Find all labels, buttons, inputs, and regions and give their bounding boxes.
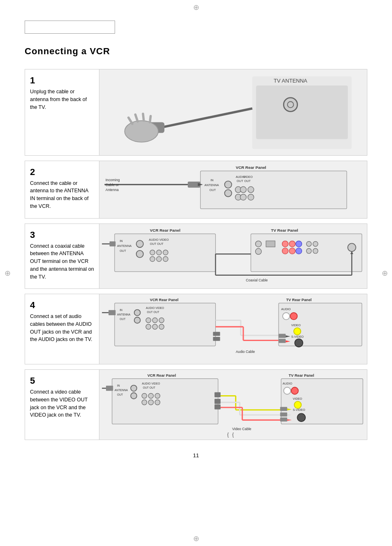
svg-text:Coaxial  Cable: Coaxial Cable	[246, 278, 268, 282]
svg-point-58	[256, 248, 262, 254]
svg-point-51	[157, 256, 161, 261]
svg-text:S-VIDEO: S-VIDEO	[293, 408, 305, 412]
svg-text:IN: IN	[117, 384, 120, 387]
svg-text:OUT: OUT	[120, 249, 126, 253]
svg-rect-4	[256, 85, 348, 139]
svg-text:Incoming: Incoming	[106, 177, 120, 182]
reg-mark-bottom: ⊕	[192, 534, 200, 543]
svg-point-162	[297, 413, 305, 422]
svg-text:OUT: OUT	[237, 179, 243, 183]
svg-point-88	[159, 318, 164, 323]
svg-text:{: {	[227, 432, 229, 438]
svg-point-10	[125, 121, 158, 142]
svg-rect-154	[280, 412, 287, 417]
step-1: 1 Unplug the cable or antenna from the b…	[25, 69, 367, 156]
step-1-text: 1 Unplug the cable or antenna from the b…	[25, 69, 99, 155]
svg-point-69	[313, 248, 318, 253]
svg-point-57	[256, 241, 262, 247]
svg-text:IN: IN	[120, 239, 122, 242]
svg-text:AUDIO  VIDEO: AUDIO VIDEO	[146, 307, 164, 310]
step-1-number: 1	[30, 74, 94, 87]
svg-text:AUDIO: AUDIO	[281, 307, 291, 311]
step-3-description: Connect a coaxial cable between the ANTE…	[30, 243, 94, 280]
svg-rect-109	[279, 339, 286, 343]
svg-point-61	[289, 241, 295, 247]
svg-point-90	[152, 324, 157, 329]
step-4-number: 4	[30, 298, 94, 312]
svg-point-87	[152, 318, 157, 323]
svg-text:VIDEO: VIDEO	[293, 397, 302, 401]
svg-point-86	[146, 318, 151, 323]
svg-point-43	[136, 240, 143, 247]
svg-rect-93	[108, 310, 115, 315]
svg-point-65	[296, 248, 302, 254]
svg-line-13	[143, 114, 144, 121]
svg-point-152	[291, 387, 298, 394]
svg-rect-155	[280, 417, 287, 422]
svg-point-21	[225, 189, 232, 196]
step-1-image: TV ANTENNA TV ANTENNA	[99, 69, 367, 155]
svg-point-121	[131, 385, 137, 392]
svg-rect-153	[280, 407, 287, 411]
step-5-number: 5	[30, 374, 94, 387]
svg-text:OUT: OUT	[117, 393, 123, 396]
reg-mark-right: ⊕	[380, 269, 389, 277]
svg-text:VCR  Rear  Panel: VCR Rear Panel	[236, 165, 266, 170]
svg-point-106	[283, 313, 290, 320]
svg-point-31	[248, 194, 254, 200]
svg-line-12	[135, 115, 138, 122]
step-5: 5 Connect a video cable between the VIDE…	[25, 369, 367, 440]
svg-point-50	[150, 256, 155, 261]
step-2-description: Connect the cable or antenna to the ANTE…	[30, 180, 88, 209]
svg-point-83	[134, 317, 141, 323]
svg-point-126	[148, 393, 153, 398]
svg-text:VCR  Rear  Panel: VCR Rear Panel	[150, 228, 180, 233]
svg-point-44	[136, 250, 143, 257]
svg-point-130	[155, 400, 160, 405]
svg-point-68	[307, 248, 311, 253]
step-3-text: 3 Connect a coaxial cable between the AN…	[25, 224, 99, 289]
step-5-image: VCR Rear Panel IN ANTENNA OUT AUDIO VIDE…	[99, 370, 367, 440]
svg-text:Video  Cable: Video Cable	[232, 427, 251, 431]
svg-text:AUDIO  VIDEO: AUDIO VIDEO	[142, 382, 160, 385]
svg-text:AUDIO: AUDIO	[283, 382, 293, 385]
svg-text:IN: IN	[210, 178, 213, 182]
reg-mark-top: ⊕	[192, 3, 200, 12]
step-5-text: 5 Connect a video cable between the VIDE…	[25, 370, 99, 440]
svg-rect-16	[201, 171, 347, 209]
page-title: Connecting a VCR	[25, 46, 367, 57]
svg-point-113	[294, 328, 301, 335]
svg-text:VIDEO: VIDEO	[243, 175, 253, 179]
svg-rect-117	[112, 379, 218, 424]
svg-rect-143	[214, 399, 221, 404]
svg-text:OUT    OUT: OUT OUT	[143, 386, 155, 389]
svg-point-6	[284, 98, 297, 111]
svg-text:OUT: OUT	[120, 318, 125, 321]
step-2-text: 2 Connect the cable or antenna to the AN…	[25, 161, 99, 218]
svg-text:TV  Rear  Panel: TV Rear Panel	[286, 298, 311, 302]
svg-text:ANTENNA: ANTENNA	[204, 183, 219, 187]
svg-point-30	[240, 194, 247, 200]
step-3-number: 3	[30, 228, 94, 242]
step-3: 3 Connect a coaxial cable between the AN…	[25, 223, 367, 289]
svg-rect-144	[214, 404, 221, 409]
svg-text:TV  Rear  Panel: TV Rear Panel	[289, 373, 314, 378]
svg-point-89	[146, 324, 151, 329]
svg-point-66	[307, 241, 311, 246]
svg-text:Cable  or: Cable or	[106, 183, 119, 187]
step-4-image: VCR Rear Panel IN ANTENNA OUT AUDIO VIDE…	[99, 294, 367, 364]
svg-text:OUT: OUT	[244, 179, 251, 183]
step-5-description: Connect a video cable between the VIDEO …	[30, 389, 88, 418]
svg-point-151	[284, 387, 291, 394]
steps-wrapper: 1 Unplug the cable or antenna from the b…	[25, 69, 367, 440]
svg-point-82	[134, 310, 141, 316]
svg-text:ANTENNA: ANTENNA	[115, 389, 128, 392]
svg-point-49	[163, 250, 168, 255]
svg-point-63	[282, 248, 288, 254]
svg-rect-100	[213, 332, 220, 336]
svg-text:IN: IN	[120, 309, 122, 312]
svg-rect-56	[251, 234, 362, 272]
svg-point-128	[142, 400, 147, 405]
step-4: 4 Connect a set of audio cables between …	[25, 294, 367, 364]
svg-text:TV  Rear  Panel: TV Rear Panel	[271, 228, 298, 233]
